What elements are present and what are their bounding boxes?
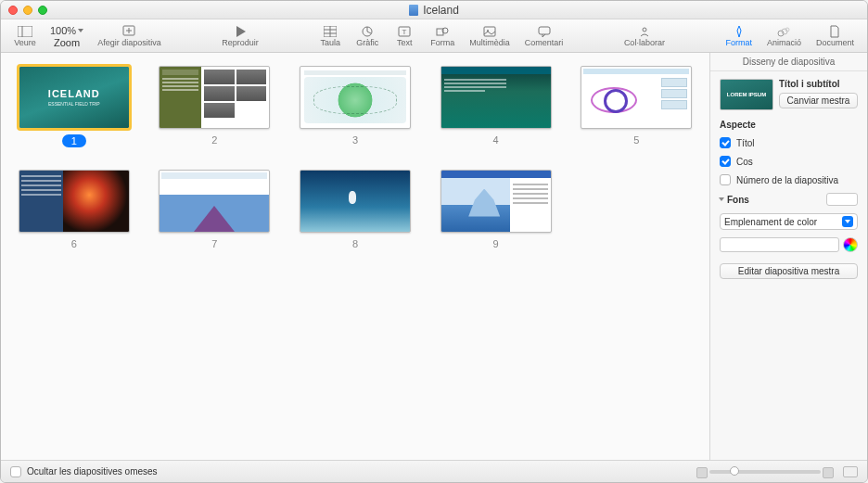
svg-text:T: T bbox=[402, 28, 407, 36]
svg-rect-16 bbox=[539, 27, 550, 34]
slide-thumbnail[interactable]: 6 bbox=[18, 170, 131, 249]
view-button[interactable]: Veure bbox=[6, 19, 44, 52]
fill-type-select[interactable]: Emplenament de color bbox=[720, 213, 858, 230]
slide-subtitle: ESSENTIAL FIELD TRIP bbox=[48, 101, 100, 107]
document-title: Iceland bbox=[1, 4, 867, 17]
slide-thumbnail[interactable]: 4 bbox=[440, 66, 553, 147]
hide-skipped-checkbox[interactable]: Ocultar les diapositives omeses bbox=[10, 466, 158, 477]
color-well[interactable] bbox=[720, 237, 839, 252]
slide-thumbnail[interactable]: 2 bbox=[159, 66, 272, 147]
document-icon bbox=[409, 5, 418, 16]
slide-number: 1 bbox=[62, 134, 86, 147]
change-master-button[interactable]: Canviar mestra bbox=[779, 93, 858, 108]
body-checkbox-row[interactable]: Cos bbox=[720, 156, 858, 167]
format-inspector: Disseny de diapositiva LOREM IPSUM Títol… bbox=[709, 53, 867, 460]
format-tab[interactable]: Format bbox=[718, 19, 760, 52]
toolbar: Veure 100% Zoom Afegir diapositiva Repro… bbox=[1, 19, 867, 53]
shape-icon bbox=[435, 25, 450, 38]
text-icon: T bbox=[397, 25, 412, 38]
chart-icon bbox=[360, 25, 375, 38]
media-button[interactable]: Multimèdia bbox=[462, 19, 517, 52]
fill-type-value: Emplenament de color bbox=[724, 217, 817, 227]
checkbox-icon bbox=[720, 137, 731, 148]
appearance-section-header: Aspecte bbox=[720, 120, 858, 130]
document-icon bbox=[827, 25, 842, 38]
color-wheel-icon[interactable] bbox=[843, 237, 858, 252]
slide-thumbnail[interactable]: 8 bbox=[299, 170, 412, 249]
shape-button[interactable]: Forma bbox=[423, 19, 462, 52]
animate-icon bbox=[776, 25, 791, 38]
minimize-icon[interactable] bbox=[23, 6, 32, 15]
slide-thumbnail[interactable]: 5 bbox=[580, 66, 693, 147]
slide-number: 2 bbox=[211, 134, 217, 146]
checkbox-icon bbox=[720, 156, 731, 167]
hide-skipped-label: Ocultar les diapositives omeses bbox=[27, 466, 158, 477]
footer-bar: Ocultar les diapositives omeses bbox=[1, 460, 867, 482]
title-checkbox-row[interactable]: Títol bbox=[720, 137, 858, 148]
slide-number: 3 bbox=[352, 134, 358, 146]
slide-number: 5 bbox=[633, 134, 639, 146]
comment-button[interactable]: Comentari bbox=[517, 19, 571, 52]
window-titlebar: Iceland bbox=[1, 1, 867, 19]
master-preview[interactable]: LOREM IPSUM bbox=[720, 79, 773, 110]
slidenum-checkbox-row[interactable]: Número de la diapositiva bbox=[720, 174, 858, 185]
play-icon bbox=[233, 25, 248, 38]
slidenum-checkbox-label: Número de la diapositiva bbox=[736, 175, 838, 185]
comment-icon bbox=[537, 25, 552, 38]
slide-thumbnail[interactable]: 9 bbox=[440, 170, 553, 249]
format-icon bbox=[732, 25, 747, 38]
collaborate-icon bbox=[637, 25, 652, 38]
table-button[interactable]: Taula bbox=[312, 19, 349, 52]
document-tab[interactable]: Document bbox=[809, 19, 862, 52]
body-checkbox-label: Cos bbox=[736, 157, 753, 167]
inspector-title: Disseny de diapositiva bbox=[710, 53, 867, 71]
slide-thumbnail[interactable]: 3 bbox=[299, 66, 412, 147]
slide-light-table[interactable]: ICELAND ESSENTIAL FIELD TRIP 1 2 3 bbox=[1, 53, 709, 460]
slide-number: 7 bbox=[211, 238, 217, 249]
slide-number: 8 bbox=[352, 238, 358, 249]
slide-title: ICELAND bbox=[48, 88, 100, 99]
svg-rect-14 bbox=[484, 27, 495, 36]
slide-thumbnail[interactable]: 7 bbox=[159, 170, 272, 249]
view-icon bbox=[18, 25, 32, 38]
add-slide-button[interactable]: Afegir diapositiva bbox=[90, 19, 169, 52]
checkbox-icon bbox=[720, 174, 731, 185]
text-button[interactable]: T Text bbox=[386, 19, 423, 52]
zoom-slider[interactable] bbox=[709, 470, 821, 474]
svg-point-17 bbox=[643, 28, 646, 32]
chevron-down-icon bbox=[842, 216, 853, 227]
slide-number: 6 bbox=[71, 238, 77, 249]
slide-number: 9 bbox=[493, 238, 499, 249]
edit-master-button[interactable]: Editar diapositiva mestra bbox=[720, 263, 858, 279]
zoom-control[interactable]: 100% Zoom bbox=[44, 19, 90, 52]
slide-thumbnail[interactable]: ICELAND ESSENTIAL FIELD TRIP 1 bbox=[18, 66, 131, 147]
plus-icon bbox=[121, 25, 136, 38]
checkbox-icon bbox=[10, 466, 21, 477]
chevron-down-icon bbox=[78, 29, 83, 32]
zoom-value: 100% bbox=[50, 25, 76, 36]
slider-knob[interactable] bbox=[730, 466, 739, 476]
master-name: Títol i subtítol bbox=[779, 79, 858, 89]
background-swatch[interactable] bbox=[826, 193, 858, 206]
animate-tab[interactable]: Animació bbox=[760, 19, 809, 52]
window-controls bbox=[8, 6, 47, 15]
background-section-header: Fons bbox=[727, 195, 749, 205]
fullscreen-icon[interactable] bbox=[38, 6, 47, 15]
document-title-text: Iceland bbox=[423, 4, 459, 17]
close-icon[interactable] bbox=[8, 6, 18, 15]
table-icon bbox=[323, 25, 338, 38]
view-mode-toggle[interactable] bbox=[843, 466, 858, 477]
slide-number: 4 bbox=[493, 134, 499, 146]
play-button[interactable]: Reproduir bbox=[214, 19, 266, 52]
disclosure-icon[interactable] bbox=[719, 197, 724, 201]
title-checkbox-label: Títol bbox=[736, 138, 754, 148]
media-icon bbox=[482, 25, 497, 38]
svg-rect-0 bbox=[18, 26, 32, 37]
collaborate-button[interactable]: Col·laborar bbox=[617, 19, 672, 52]
chart-button[interactable]: Gràfic bbox=[349, 19, 386, 52]
